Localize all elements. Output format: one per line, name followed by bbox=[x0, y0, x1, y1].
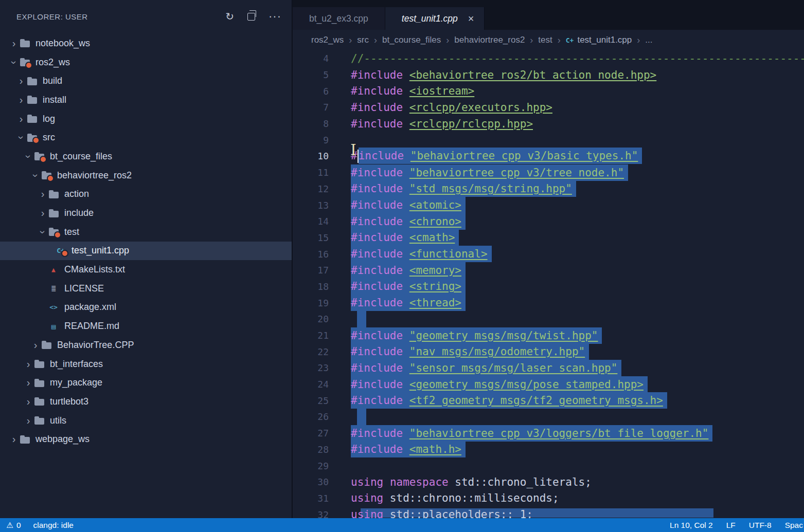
tree-item-log[interactable]: ›log bbox=[0, 109, 292, 129]
code-line-13[interactable]: 13#include <atomic> bbox=[293, 197, 804, 213]
code-line-16[interactable]: 16#include <functional> bbox=[293, 246, 804, 262]
breadcrumb-item-src[interactable]: src bbox=[357, 35, 369, 45]
collapse-folders-icon[interactable] bbox=[247, 13, 255, 21]
code-line-30[interactable]: 30using namespace std::chrono_literals; bbox=[293, 474, 804, 490]
token: <math.h> bbox=[409, 443, 461, 455]
tree-item-bt_course_files[interactable]: ›bt_course_files bbox=[0, 147, 292, 166]
token: std::chrono_literals; bbox=[449, 476, 592, 488]
tree-item-build[interactable]: ›build bbox=[0, 71, 292, 90]
chevron-right-icon[interactable]: › bbox=[37, 188, 48, 200]
code-line-28[interactable]: 28#include <math.h> bbox=[293, 442, 804, 458]
clangd-status[interactable]: clangd: idle bbox=[33, 521, 74, 530]
chevron-right-icon[interactable]: › bbox=[8, 433, 20, 445]
code-line-29[interactable]: 29 bbox=[293, 457, 804, 474]
tree-item-behaviortree_ros2[interactable]: ›behaviortree_ros2 bbox=[0, 166, 292, 185]
code-editor: 4//-------------------------------------… bbox=[293, 50, 804, 518]
code-line-21[interactable]: 21#include "geometry_msgs/msg/twist.hpp" bbox=[293, 327, 804, 344]
code-line-26[interactable]: 26 bbox=[293, 409, 804, 425]
chevron-right-icon[interactable]: › bbox=[23, 415, 34, 427]
tree-item-notebook_ws[interactable]: ›notebook_ws bbox=[0, 34, 292, 53]
code-line-24[interactable]: 24#include <geometry_msgs/msg/pose_stamp… bbox=[293, 376, 804, 393]
code-line-4[interactable]: 4//-------------------------------------… bbox=[293, 50, 804, 67]
code-line-7[interactable]: 7#include <rclcpp/executors.hpp> bbox=[293, 99, 804, 116]
tree-item-webpage_ws[interactable]: ›webpage_ws bbox=[0, 430, 292, 449]
tree-item-BehaviorTree.CPP[interactable]: ›BehaviorTree.CPP bbox=[0, 336, 292, 355]
code-line-12[interactable]: 12#include "std_msgs/msg/string.hpp" bbox=[293, 181, 804, 197]
line-number: 12 bbox=[293, 184, 329, 194]
chevron-right-icon[interactable]: › bbox=[15, 75, 27, 87]
tree-item-bt_interfaces[interactable]: ›bt_interfaces bbox=[0, 355, 292, 374]
tree-item-include[interactable]: ›include bbox=[0, 204, 292, 223]
chevron-down-icon[interactable]: › bbox=[8, 57, 20, 68]
code-line-27[interactable]: 27#include "behaviortree_cpp_v3/loggers/… bbox=[293, 425, 804, 442]
breadcrumb-item-test_unit1.cpp[interactable]: test_unit1.cpp bbox=[577, 35, 632, 45]
token: <rclcpp/executors.hpp> bbox=[409, 101, 552, 114]
chevron-right-icon[interactable]: › bbox=[15, 94, 27, 106]
refresh-icon[interactable]: ↻ bbox=[225, 11, 234, 22]
chevron-down-icon[interactable]: › bbox=[37, 226, 49, 237]
code-line-9[interactable]: 9 bbox=[293, 132, 804, 148]
code-line-17[interactable]: 17#include <memory> bbox=[293, 262, 804, 279]
tree-item-action[interactable]: ›action bbox=[0, 185, 292, 204]
problems-indicator[interactable]: ⚠ 0 bbox=[6, 521, 21, 530]
selection-highlight: #include <thread> bbox=[351, 295, 466, 311]
token: using bbox=[351, 508, 383, 518]
chevron-right-icon[interactable]: › bbox=[23, 377, 34, 389]
code-line-15[interactable]: 15#include <cmath> bbox=[293, 230, 804, 246]
cursor-position[interactable]: Ln 10, Col 2 bbox=[670, 521, 713, 530]
code-line-23[interactable]: 23#include "sensor_msgs/msg/laser_scan.h… bbox=[293, 360, 804, 376]
breadcrumb-item-bt_course_files[interactable]: bt_course_files bbox=[382, 35, 441, 45]
code-line-32[interactable]: 32using std::placeholders::_1; bbox=[293, 506, 804, 518]
breadcrumb-item-ros2_ws[interactable]: ros2_ws bbox=[311, 35, 344, 45]
license-file-icon: ≣ bbox=[48, 284, 59, 293]
chevron-right-icon[interactable]: › bbox=[8, 38, 20, 49]
chevron-down-icon[interactable]: › bbox=[15, 132, 27, 143]
tree-item-test[interactable]: ›test bbox=[0, 223, 292, 242]
close-icon[interactable]: × bbox=[468, 13, 474, 25]
tree-item-my_package[interactable]: ›my_package bbox=[0, 373, 292, 392]
tree-item-README.md[interactable]: ▤README.md bbox=[0, 317, 292, 336]
folder-shape bbox=[34, 154, 44, 160]
tree-item-test_unit1.cpp[interactable]: C+test_unit1.cpp bbox=[0, 242, 292, 261]
eol-indicator[interactable]: LF bbox=[726, 521, 736, 530]
tree-item-src[interactable]: ›src bbox=[0, 128, 292, 147]
chevron-right-icon[interactable]: › bbox=[15, 113, 27, 125]
code-line-6[interactable]: 6#include <iostream> bbox=[293, 83, 804, 99]
tree-item-LICENSE[interactable]: ≣LICENSE bbox=[0, 279, 292, 298]
code-line-8[interactable]: 8#include <rclcpp/rclcpp.hpp> bbox=[293, 116, 804, 132]
tab-bt_u2_ex3.cpp[interactable]: bt_u2_ex3.cpp bbox=[293, 7, 385, 30]
token: <memory> bbox=[409, 264, 461, 277]
code-line-22[interactable]: 22#include "nav_msgs/msg/odometry.hpp" bbox=[293, 343, 804, 360]
chevron-down-icon[interactable]: › bbox=[30, 170, 42, 181]
code-line-11[interactable]: 11#include "behaviortree_cpp_v3/tree_nod… bbox=[293, 164, 804, 181]
breadcrumb-overflow[interactable]: ... bbox=[645, 35, 652, 45]
code-line-19[interactable]: 19#include <thread> bbox=[293, 295, 804, 311]
tree-item-CMakeLists.txt[interactable]: ▲CMakeLists.txt bbox=[0, 260, 292, 279]
code-line-14[interactable]: 14#include <chrono> bbox=[293, 213, 804, 230]
tree-item-utils[interactable]: ›utils bbox=[0, 411, 292, 430]
chevron-down-icon[interactable]: › bbox=[23, 151, 34, 162]
chevron-right-icon[interactable]: › bbox=[30, 339, 41, 351]
tab-test_unit1.cpp[interactable]: test_unit1.cpp × bbox=[385, 7, 485, 30]
code-line-20[interactable]: 20 bbox=[293, 311, 804, 327]
code-line-18[interactable]: 18#include <string> bbox=[293, 279, 804, 295]
code-line-31[interactable]: 31using std::chrono::milliseconds; bbox=[293, 490, 804, 507]
code-line-5[interactable]: 5#include <behaviortree_ros2/bt_action_n… bbox=[293, 67, 804, 83]
tree-item-install[interactable]: ›install bbox=[0, 90, 292, 109]
code-line-25[interactable]: 25#include <tf2_geometry_msgs/tf2_geomet… bbox=[293, 392, 804, 409]
encoding-indicator[interactable]: UTF-8 bbox=[749, 521, 772, 530]
tree-item-label: notebook_ws bbox=[35, 38, 90, 49]
chevron-right-icon[interactable]: › bbox=[37, 207, 48, 219]
tree-item-ros2_ws[interactable]: ›ros2_ws bbox=[0, 53, 292, 72]
folder-shape bbox=[20, 60, 30, 66]
breadcrumb-item-behaviortree_ros2[interactable]: behaviortree_ros2 bbox=[454, 35, 525, 45]
breadcrumb-item-test[interactable]: test bbox=[538, 35, 552, 45]
tree-item-package.xml[interactable]: <>package.xml bbox=[0, 298, 292, 317]
more-actions-icon[interactable]: ··· bbox=[269, 11, 281, 22]
tree-item-turtlebot3[interactable]: ›turtlebot3 bbox=[0, 392, 292, 411]
token: #include bbox=[351, 231, 403, 244]
chevron-right-icon[interactable]: › bbox=[23, 396, 34, 408]
chevron-right-icon[interactable]: › bbox=[23, 358, 34, 370]
code-line-10[interactable]: 10#include "behaviortree_cpp_v3/basic_ty… bbox=[293, 148, 804, 164]
indentation-indicator[interactable]: Spac bbox=[785, 521, 803, 530]
